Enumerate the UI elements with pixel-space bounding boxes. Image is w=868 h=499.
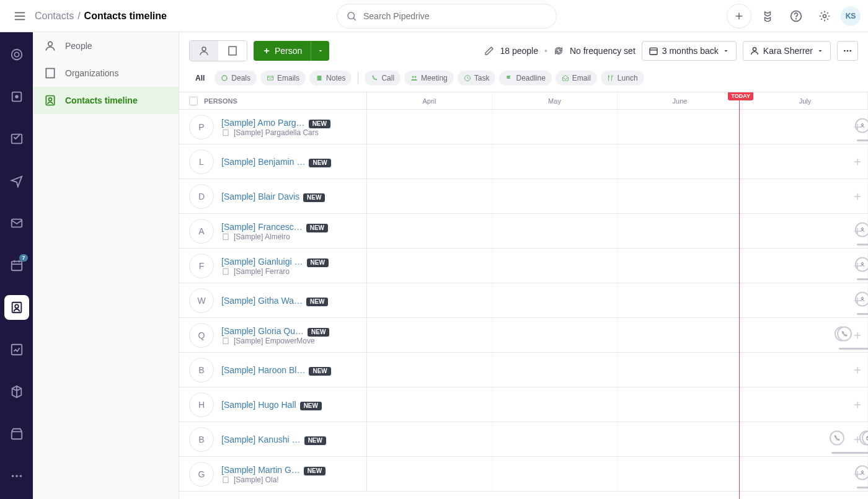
range-button[interactable]: 3 months back [642, 41, 737, 61]
row-name[interactable]: [Sample] Gianluigi … [221, 257, 303, 267]
sidebar-deals[interactable] [4, 84, 29, 109]
row-name[interactable]: [Sample] Githa Wa… [221, 296, 303, 306]
view-toggle [189, 40, 247, 61]
add-person-button[interactable]: Person [254, 41, 311, 61]
activity-icon[interactable] [830, 430, 844, 445]
table-row: L [Sample] Benjamin …NEW [179, 144, 868, 179]
apps-icon[interactable] [755, 4, 780, 29]
persons-header: PERSONS [204, 97, 237, 105]
sidebar-products[interactable] [4, 379, 29, 404]
add-activity-button[interactable] [852, 469, 863, 480]
svg-point-34 [49, 98, 52, 101]
activity-icon[interactable] [837, 326, 852, 341]
help-icon[interactable] [784, 4, 808, 29]
timeline-bar [857, 139, 868, 141]
user-filter-button[interactable]: Kara Sherrer [743, 41, 831, 61]
row-name[interactable]: [Sample] Amo Parg… [221, 118, 305, 128]
svg-point-8 [796, 18, 797, 19]
svg-rect-98 [223, 477, 228, 482]
view-org[interactable] [218, 41, 247, 61]
timeline-bar [839, 348, 868, 350]
table-row: Q [Sample] Gloria Qu…NEW [Sample] Empowe… [179, 318, 868, 353]
row-letter: G [189, 462, 214, 487]
refresh-icon[interactable] [554, 46, 564, 56]
avatar[interactable]: KS [841, 6, 861, 26]
month-col: JuneTODAY [618, 92, 743, 109]
sidebar-projects[interactable] [4, 126, 29, 151]
people-count: 18 people [500, 46, 539, 56]
select-all-checkbox[interactable] [189, 97, 198, 105]
add-activity-button[interactable] [852, 295, 863, 306]
subnav-people[interactable]: People [33, 32, 179, 60]
sidebar-leads[interactable] [4, 42, 29, 67]
filter-call[interactable]: Call [365, 71, 401, 86]
row-name[interactable]: [Sample] Gloria Qu… [221, 326, 304, 336]
new-tag: NEW [309, 367, 330, 376]
more-button[interactable] [837, 41, 858, 61]
filter-email[interactable]: Email [556, 71, 597, 86]
view-person[interactable] [190, 41, 218, 61]
row-name[interactable]: [Sample] Hugo Hall [221, 400, 296, 410]
add-activity-button[interactable] [852, 260, 863, 272]
svg-point-10 [11, 50, 22, 60]
sidebar-insights[interactable] [4, 337, 29, 362]
today-marker: TODAY [728, 92, 753, 100]
row-name[interactable]: [Sample] Kanushi … [221, 435, 301, 444]
add-activity-button[interactable] [852, 191, 863, 202]
add-activity-button[interactable] [852, 434, 863, 445]
filter-deadline[interactable]: Deadline [499, 71, 551, 86]
filter-all[interactable]: All [189, 71, 211, 86]
month-col: July [743, 92, 868, 109]
breadcrumb-root[interactable]: Contacts [35, 11, 74, 22]
add-button[interactable] [727, 4, 751, 29]
row-letter: B [189, 427, 214, 452]
add-activity-button[interactable] [852, 364, 863, 376]
assistant-icon[interactable] [812, 4, 837, 29]
sidebar-contacts[interactable] [4, 295, 29, 320]
row-name[interactable]: [Sample] Benjamin … [221, 157, 305, 167]
frequency-text: No frequency set [570, 46, 636, 56]
add-activity-button[interactable] [852, 156, 863, 167]
svg-point-11 [14, 52, 19, 56]
row-sub: [Sample] Almeiro [234, 232, 290, 241]
filter-sep [358, 73, 358, 84]
add-activity-button[interactable] [852, 226, 863, 237]
row-name[interactable]: [Sample] Blair Davis [221, 192, 299, 201]
add-person-dropdown[interactable] [311, 41, 329, 61]
subnav-contacts-timeline[interactable]: Contacts timeline [33, 87, 179, 114]
today-line [739, 92, 740, 499]
search-input[interactable] [363, 11, 547, 21]
filter-task[interactable]: Task [458, 71, 496, 86]
svg-line-4 [353, 18, 355, 20]
filter-emails[interactable]: Emails [260, 71, 306, 86]
sidebar-activities[interactable]: 7 [4, 253, 29, 278]
new-tag: NEW [309, 159, 330, 167]
search-input-wrap[interactable] [337, 4, 557, 29]
row-sub: [Sample] EmpowerMove [234, 337, 315, 345]
add-activity-button[interactable] [852, 121, 863, 133]
svg-rect-39 [650, 48, 657, 55]
add-activity-button[interactable] [852, 330, 863, 341]
row-letter: B [189, 358, 214, 382]
sidebar-mail[interactable] [4, 211, 29, 236]
svg-point-44 [849, 50, 851, 52]
pencil-icon[interactable] [484, 46, 494, 56]
table-row: A [Sample] Francesc…NEW [Sample] Almeiro [179, 214, 868, 249]
hamburger-menu[interactable] [7, 4, 32, 29]
sidebar-more[interactable] [4, 464, 29, 488]
search-icon [346, 11, 357, 22]
sidebar-marketplace[interactable] [4, 422, 29, 446]
svg-point-42 [844, 50, 846, 52]
add-activity-button[interactable] [852, 399, 863, 410]
filter-deals[interactable]: Deals [215, 71, 257, 86]
filter-lunch[interactable]: Lunch [601, 71, 644, 86]
sidebar-campaigns[interactable] [4, 169, 29, 193]
row-name[interactable]: [Sample] Martin G… [221, 465, 300, 475]
svg-point-3 [348, 12, 355, 19]
filter-meeting[interactable]: Meeting [404, 71, 454, 86]
row-letter: W [189, 288, 214, 313]
subnav-organizations[interactable]: Organizations [33, 60, 179, 87]
row-name[interactable]: [Sample] Haroon Bl… [221, 365, 305, 375]
filter-notes[interactable]: Notes [309, 71, 352, 86]
row-name[interactable]: [Sample] Francesc… [221, 222, 303, 232]
